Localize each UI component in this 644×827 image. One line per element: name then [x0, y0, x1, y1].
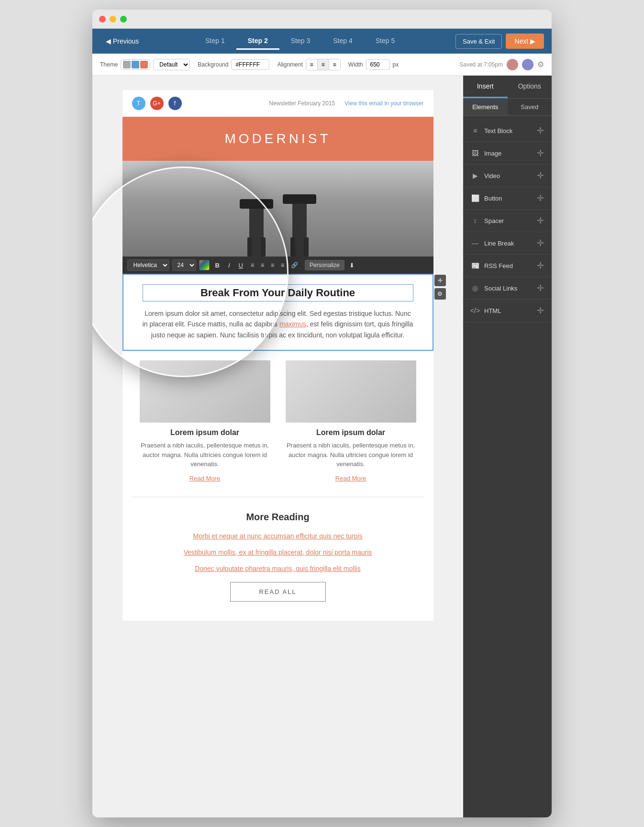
more-reading-section: More Reading Morbi et neque at nunc accu…	[122, 502, 433, 621]
spacer-add-icon[interactable]: ✛	[537, 215, 544, 226]
col2-read-more[interactable]: Read More	[335, 475, 366, 482]
text-block-add-icon[interactable]: ✛	[537, 125, 544, 136]
font-select[interactable]: Helvetica	[127, 259, 169, 271]
swatch-blue	[132, 61, 139, 68]
save-exit-button[interactable]: Save & Exit	[455, 34, 502, 49]
sidebar-item-video[interactable]: ▶ Video ✛	[463, 165, 552, 187]
googleplus-icon[interactable]: G+	[150, 97, 164, 110]
theme-group: Theme Default	[100, 59, 190, 70]
align-center-button[interactable]: ≡	[318, 59, 329, 70]
toolbar: Theme Default Background Alignment ≡ ≡ ≡…	[92, 54, 552, 76]
line-break-label: Line Break	[484, 240, 514, 247]
align-left-button[interactable]: ≡	[306, 59, 318, 70]
maximize-button[interactable]	[120, 16, 127, 22]
text-block[interactable]: Break From Your Daily Routine Lorem ipsu…	[122, 274, 433, 351]
sidebar-item-spacer-left: ↕ Spacer	[471, 216, 504, 225]
underline-button[interactable]: U	[236, 260, 246, 270]
step-1[interactable]: Step 1	[194, 33, 236, 50]
link-maximus[interactable]: maximus	[279, 320, 306, 328]
image-icon: 🖼	[471, 149, 479, 157]
col1-read-more[interactable]: Read More	[189, 475, 220, 482]
align-justify-format-button[interactable]: ≡	[279, 261, 286, 269]
social-links-add-icon[interactable]: ✛	[537, 283, 544, 293]
expand-button[interactable]: ⬇	[349, 262, 355, 269]
sidebar-item-html[interactable]: </> HTML ✛	[463, 300, 552, 322]
tab-insert[interactable]: Insert	[463, 76, 508, 98]
video-icon: ▶	[471, 171, 479, 180]
block-settings-button[interactable]: ⚙	[434, 288, 446, 300]
align-right-format-button[interactable]: ≡	[269, 261, 276, 269]
sidebar-item-spacer[interactable]: ↕ Spacer ✛	[463, 210, 552, 232]
traffic-lights	[99, 16, 127, 22]
personalize-button[interactable]: Personalize	[305, 260, 344, 270]
email-canvas-container: T G+ f Newsletter February 2015 View thi…	[107, 90, 449, 621]
size-select[interactable]: 24	[172, 259, 196, 271]
sidebar: Insert Options Elements Saved ≡ Text Blo…	[463, 76, 552, 817]
step-3[interactable]: Step 3	[279, 33, 322, 50]
align-right-button[interactable]: ≡	[329, 59, 340, 70]
button-add-icon[interactable]: ✛	[537, 193, 544, 203]
facebook-icon[interactable]: f	[168, 97, 182, 110]
image-add-icon[interactable]: ✛	[537, 148, 544, 158]
color-picker-button[interactable]	[199, 260, 210, 270]
avatar-2	[522, 59, 533, 70]
align-left-format-button[interactable]: ≡	[249, 261, 256, 269]
step-2[interactable]: Step 2	[236, 33, 279, 50]
previous-button[interactable]: ◀ Previous	[100, 34, 144, 49]
twitter-icon[interactable]: T	[132, 97, 145, 110]
view-browser-link[interactable]: View this email in your browser	[344, 100, 423, 107]
avatar-1	[507, 59, 518, 70]
background-input[interactable]	[231, 59, 269, 70]
block-actions: ✛ ⚙	[434, 275, 446, 300]
sidebar-item-rss-feed[interactable]: 📰 RSS Feed ✛	[463, 255, 552, 277]
sidebar-item-social-links[interactable]: ◎ Social Links ✛	[463, 277, 552, 300]
minimize-button[interactable]	[110, 16, 116, 22]
block-move-button[interactable]: ✛	[434, 275, 446, 286]
step-4[interactable]: Step 4	[322, 33, 364, 50]
subtab-elements[interactable]: Elements	[463, 99, 508, 115]
italic-button[interactable]: I	[225, 260, 233, 270]
read-all-button[interactable]: READ ALL	[230, 582, 326, 602]
video-add-icon[interactable]: ✛	[537, 170, 544, 181]
close-button[interactable]	[99, 16, 106, 22]
alignment-buttons: ≡ ≡ ≡	[306, 59, 341, 70]
align-center-format-button[interactable]: ≡	[259, 261, 266, 269]
background-group: Background	[198, 59, 269, 70]
more-link-1[interactable]: Morbi et neque at nunc accumsan efficitu…	[142, 532, 414, 540]
sidebar-item-social-left: ◎ Social Links	[471, 284, 517, 292]
sidebar-item-button[interactable]: ⬜ Button ✛	[463, 187, 552, 210]
rss-add-icon[interactable]: ✛	[537, 260, 544, 271]
theme-swatch[interactable]	[121, 59, 150, 70]
html-label: HTML	[484, 307, 501, 314]
email-wrapper: T G+ f Newsletter February 2015 View thi…	[122, 90, 433, 621]
width-input[interactable]	[366, 59, 390, 70]
text-body: Lorem ipsum dolor sit amet, consectetur …	[143, 308, 413, 340]
step-5[interactable]: Step 5	[364, 33, 406, 50]
line-break-add-icon[interactable]: ✛	[537, 238, 544, 248]
theme-label: Theme	[100, 61, 118, 68]
tab-options[interactable]: Options	[508, 76, 552, 98]
html-add-icon[interactable]: ✛	[537, 305, 544, 316]
more-link-2[interactable]: Vestibulum mollis, ex at fringilla place…	[142, 548, 414, 556]
image-label: Image	[484, 150, 501, 157]
sidebar-subtabs: Elements Saved	[463, 99, 552, 116]
two-column-section: Lorem ipsum dolar Praesent a nibh iaculi…	[122, 351, 433, 492]
sidebar-item-text-block[interactable]: ≡ Text Block ✛	[463, 120, 552, 142]
bold-button[interactable]: B	[212, 260, 222, 270]
alignment-label: Alignment	[277, 61, 302, 68]
brand-name: MODERNIST	[137, 131, 419, 146]
settings-button[interactable]: ⚙	[537, 60, 544, 69]
column-1: Lorem ipsum dolar Praesent a nibh iaculi…	[132, 360, 278, 482]
sidebar-item-image-left: 🖼 Image	[471, 149, 501, 157]
next-button[interactable]: Next ▶	[506, 34, 544, 49]
text-editor-bar: Helvetica 24 B I U ≡ ≡ ≡ ≡ 🔗	[122, 257, 433, 274]
subtab-saved[interactable]: Saved	[508, 99, 552, 115]
more-link-3[interactable]: Donec vulputate pharetra mauris, quis fr…	[142, 565, 414, 572]
toolbar-right: Saved at 7:05pm ⚙	[459, 59, 544, 70]
theme-select[interactable]: Default	[153, 59, 190, 70]
col1-title: Lorem ipsum dolar	[140, 428, 270, 437]
sidebar-item-image[interactable]: 🖼 Image ✛	[463, 142, 552, 165]
sidebar-item-line-break[interactable]: — Line Break ✛	[463, 232, 552, 255]
link-button[interactable]: 🔗	[289, 261, 300, 269]
newsletter-label: Newsletter February 2015	[269, 100, 335, 107]
